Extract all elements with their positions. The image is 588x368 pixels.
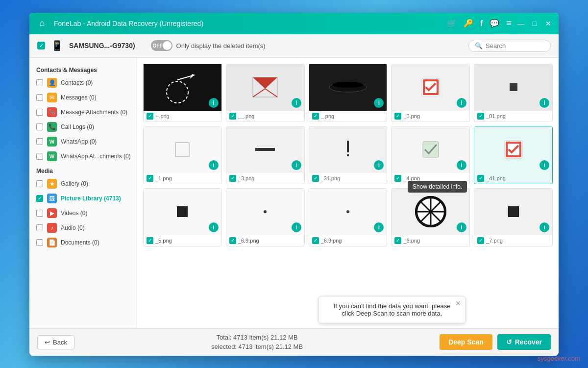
sidebar-item-audio[interactable]: ♪ Audio (0) [29,221,137,235]
thumb-3: i [392,64,469,111]
toggle-knob [163,41,172,50]
image-cell-10[interactable]: i ✓ _5.png [143,188,222,246]
contacts-checkbox[interactable] [36,79,43,86]
minimize-button[interactable]: — [516,19,525,28]
info-badge-8[interactable]: i [457,160,466,170]
img-checkbox-11[interactable]: ✓ [229,237,236,244]
documents-checkbox[interactable] [36,239,43,246]
svg-rect-21 [177,206,188,217]
attachments-checkbox[interactable] [36,109,43,116]
image-cell-3[interactable]: i ✓ _0.png [391,64,470,122]
img-checkbox-14[interactable]: ✓ [477,237,484,244]
info-badge-1[interactable]: i [292,98,301,108]
image-cell-14[interactable]: i ✓ _7.png [474,188,553,246]
maximize-button[interactable]: □ [530,19,539,28]
back-button[interactable]: ↩ Back [37,335,74,349]
menu-icon[interactable]: ≡ [506,18,512,28]
img-checkbox-9[interactable]: ✓ [477,175,484,182]
calllogs-checkbox[interactable] [36,123,43,130]
sidebar-item-calllogs[interactable]: 📞 Call Logs (0) [29,120,137,134]
info-badge-10[interactable]: i [209,222,219,232]
whatsapp-att-label: WhatsApp At...chments (0) [61,153,131,160]
image-cell-11[interactable]: i ✓ _6.9.png [226,188,305,246]
img-filename-0: --.png [155,113,170,119]
audio-label: Audio (0) [61,224,85,231]
messages-checkbox[interactable] [36,94,43,101]
img-checkbox-12[interactable]: ✓ [312,237,319,244]
info-badge-2[interactable]: i [374,98,384,108]
img-filename-9: _41.png [486,175,506,181]
info-badge-3[interactable]: i [457,98,466,108]
img-filename-7: _31.png [321,175,341,181]
image-cell-1[interactable]: i ✓ __.png Show detailed info. [226,64,305,122]
device-checkbox[interactable]: ✓ [37,42,45,49]
deep-scan-button[interactable]: Deep Scan [440,334,492,350]
img-checkbox-8[interactable]: ✓ [394,175,401,182]
image-cell-0[interactable]: i ✓ --.png [143,64,222,122]
image-cell-12[interactable]: i ✓ _6.9.png [309,188,388,246]
info-badge-9[interactable]: i [539,160,549,170]
info-badge-5[interactable]: i [209,160,219,170]
img-checkbox-7[interactable]: ✓ [312,175,319,182]
sidebar-item-whatsapp-att[interactable]: W WhatsApp At...chments (0) [29,149,137,164]
image-cell-8[interactable]: i ✓ _4.png [391,126,470,184]
videos-checkbox[interactable] [36,210,43,217]
image-cell-5[interactable]: i ✓ _1.png [143,126,222,184]
img-checkbox-5[interactable]: ✓ [147,175,153,182]
sidebar-item-whatsapp[interactable]: W WhatsApp (0) [29,134,137,149]
image-cell-4[interactable]: i ✓ _01.png [474,64,553,122]
gallery-checkbox[interactable] [36,180,43,187]
audio-checkbox[interactable] [36,224,43,231]
home-icon[interactable]: ⌂ [35,17,49,30]
image-cell-9[interactable]: i ✓ _41.png [474,126,553,184]
search-box[interactable]: 🔍 [468,40,551,52]
sidebar-item-documents[interactable]: 📄 Documents (0) [29,235,137,250]
img-checkbox-3[interactable]: ✓ [394,113,401,120]
whatsapp-label: WhatsApp (0) [61,138,97,145]
thumb-2: i [309,64,387,111]
image-cell-6[interactable]: i ✓ _3.png [226,126,305,184]
info-badge-13[interactable]: i [457,222,466,232]
svg-rect-14 [255,148,275,151]
popup-close-button[interactable]: ✕ [455,299,461,307]
picture-library-checkbox[interactable]: ✓ [36,195,43,202]
img-checkbox-10[interactable]: ✓ [147,237,153,244]
sidebar-item-picture-library[interactable]: ✓ 🖼 Picture Library (4713) [29,191,137,206]
img-checkbox-0[interactable]: ✓ [147,113,153,120]
sidebar: Contacts & Messages 👤 Contacts (0) ✉ Mes… [29,58,137,328]
img-checkbox-4[interactable]: ✓ [477,113,484,120]
img-checkbox-2[interactable]: ✓ [312,113,319,120]
image-cell-2[interactable]: i ✓ _.png [309,64,388,122]
info-badge-7[interactable]: i [374,160,384,170]
key-icon[interactable]: 🔑 [464,19,473,28]
whatsapp-checkbox[interactable] [36,138,43,145]
toggle-switch[interactable]: OFF [151,40,172,51]
chat-icon[interactable]: 💬 [490,19,499,28]
sidebar-item-contacts[interactable]: 👤 Contacts (0) [29,75,137,90]
close-button[interactable]: ✕ [544,19,553,28]
sidebar-item-gallery[interactable]: ★ Gallery (0) [29,176,137,191]
recover-button[interactable]: ↺ Recover [497,334,551,350]
info-badge-14[interactable]: i [539,222,549,232]
info-badge-6[interactable]: i [292,160,301,170]
search-input[interactable] [486,42,544,49]
toggle-container[interactable]: OFF Only display the deleted item(s) [151,40,266,51]
whatsapp-att-icon: W [47,151,57,161]
sidebar-item-attachments[interactable]: 📎 Message Attachments (0) [29,105,137,120]
messages-icon: ✉ [47,93,57,102]
sidebar-item-videos[interactable]: ▶ Videos (0) [29,206,137,221]
image-cell-13[interactable]: i ✓ _6.png [391,188,470,246]
info-badge-4[interactable]: i [539,98,549,108]
info-badge-0[interactable]: i [209,98,219,108]
whatsapp-att-checkbox[interactable] [36,153,43,160]
img-checkbox-1[interactable]: ✓ [229,113,236,120]
svg-rect-12 [510,83,517,91]
sidebar-item-messages[interactable]: ✉ Messages (0) [29,90,137,105]
info-badge-12[interactable]: i [374,222,384,232]
img-checkbox-6[interactable]: ✓ [229,175,236,182]
info-badge-11[interactable]: i [292,222,301,232]
image-cell-7[interactable]: i ✓ _31.png [309,126,388,184]
cart-icon[interactable]: 🛒 [447,19,457,28]
img-checkbox-13[interactable]: ✓ [394,237,401,244]
facebook-icon[interactable]: f [480,19,483,28]
